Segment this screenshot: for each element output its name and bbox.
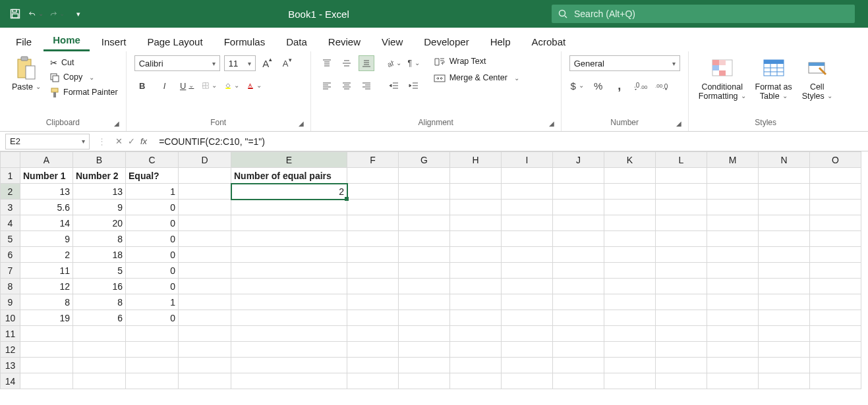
col-header-C[interactable]: C bbox=[126, 152, 179, 168]
cell-A8[interactable]: 12 bbox=[20, 279, 73, 294]
cell-H1[interactable] bbox=[450, 168, 502, 184]
cell-A10[interactable]: 19 bbox=[20, 310, 73, 326]
cell-M2[interactable] bbox=[707, 184, 759, 200]
cell-D8[interactable] bbox=[179, 279, 231, 294]
spreadsheet-grid[interactable]: ABCDEFGHIJKLMNO1Number 1Number 2Equal?Nu… bbox=[0, 151, 868, 389]
cell-B6[interactable]: 18 bbox=[73, 247, 126, 263]
increase-font-icon[interactable]: A▴ bbox=[260, 55, 275, 71]
dialog-launcher-icon[interactable]: ◢ bbox=[676, 120, 681, 127]
underline-button[interactable]: U bbox=[179, 78, 195, 94]
cell-F2[interactable] bbox=[347, 184, 399, 200]
cell-M7[interactable] bbox=[707, 263, 759, 279]
orientation-button[interactable]: ab bbox=[386, 55, 402, 71]
tab-data[interactable]: Data bbox=[277, 31, 316, 51]
cell-F10[interactable] bbox=[347, 310, 399, 326]
cell-O10[interactable] bbox=[810, 310, 861, 326]
cell-L11[interactable] bbox=[656, 326, 707, 342]
cell-F13[interactable] bbox=[347, 358, 399, 373]
col-header-L[interactable]: L bbox=[656, 152, 707, 168]
cell-N13[interactable] bbox=[759, 358, 810, 373]
cell-M9[interactable] bbox=[707, 294, 759, 310]
cell-F9[interactable] bbox=[347, 294, 399, 310]
cell-F3[interactable] bbox=[347, 200, 399, 215]
cell-K11[interactable] bbox=[604, 326, 656, 342]
cell-K7[interactable] bbox=[604, 263, 656, 279]
cell-N12[interactable] bbox=[759, 342, 810, 358]
cell-N4[interactable] bbox=[759, 215, 810, 231]
cell-M5[interactable] bbox=[707, 231, 759, 247]
cell-H6[interactable] bbox=[450, 247, 502, 263]
cell-G8[interactable] bbox=[399, 279, 450, 294]
cell-J12[interactable] bbox=[553, 342, 604, 358]
cell-H14[interactable] bbox=[450, 373, 502, 389]
cell-H2[interactable] bbox=[450, 184, 502, 200]
cell-N1[interactable] bbox=[759, 168, 810, 184]
cell-C1[interactable]: Equal? bbox=[126, 168, 179, 184]
enter-formula-icon[interactable]: ✓ bbox=[128, 136, 135, 146]
cell-K13[interactable] bbox=[604, 358, 656, 373]
copy-button[interactable]: Copy bbox=[50, 73, 118, 82]
decrease-font-icon[interactable]: A▾ bbox=[279, 55, 295, 71]
cell-C8[interactable]: 0 bbox=[126, 279, 179, 294]
cell-M3[interactable] bbox=[707, 200, 759, 215]
cell-B10[interactable]: 6 bbox=[73, 310, 126, 326]
cell-N6[interactable] bbox=[759, 247, 810, 263]
cell-I3[interactable] bbox=[502, 200, 553, 215]
row-header-11[interactable]: 11 bbox=[1, 326, 20, 342]
comma-format-button[interactable]: , bbox=[612, 78, 627, 94]
cell-M10[interactable] bbox=[707, 310, 759, 326]
cell-M12[interactable] bbox=[707, 342, 759, 358]
font-size-select[interactable]: 11▾ bbox=[224, 55, 256, 71]
cell-I11[interactable] bbox=[502, 326, 553, 342]
cell-C12[interactable] bbox=[126, 342, 179, 358]
cell-J11[interactable] bbox=[553, 326, 604, 342]
font-name-select[interactable]: Calibri▾ bbox=[134, 55, 220, 71]
cell-M4[interactable] bbox=[707, 215, 759, 231]
redo-icon[interactable] bbox=[50, 7, 65, 21]
cell-F6[interactable] bbox=[347, 247, 399, 263]
cell-A11[interactable] bbox=[20, 326, 73, 342]
cell-L12[interactable] bbox=[656, 342, 707, 358]
cell-F1[interactable] bbox=[347, 168, 399, 184]
cell-E8[interactable] bbox=[231, 279, 347, 294]
cell-G3[interactable] bbox=[399, 200, 450, 215]
cell-N14[interactable] bbox=[759, 373, 810, 389]
cell-A5[interactable]: 9 bbox=[20, 231, 73, 247]
cell-E9[interactable] bbox=[231, 294, 347, 310]
cell-G9[interactable] bbox=[399, 294, 450, 310]
cell-G12[interactable] bbox=[399, 342, 450, 358]
cell-J9[interactable] bbox=[553, 294, 604, 310]
cell-H13[interactable] bbox=[450, 358, 502, 373]
tab-developer[interactable]: Developer bbox=[415, 31, 478, 51]
cell-D13[interactable] bbox=[179, 358, 231, 373]
italic-button[interactable]: I bbox=[157, 78, 173, 94]
cell-H5[interactable] bbox=[450, 231, 502, 247]
cell-J3[interactable] bbox=[553, 200, 604, 215]
cell-G6[interactable] bbox=[399, 247, 450, 263]
cell-M14[interactable] bbox=[707, 373, 759, 389]
cell-E1[interactable]: Number of equal pairs bbox=[231, 168, 347, 184]
cell-A6[interactable]: 2 bbox=[20, 247, 73, 263]
cell-B3[interactable]: 9 bbox=[73, 200, 126, 215]
cell-L6[interactable] bbox=[656, 247, 707, 263]
cell-B5[interactable]: 8 bbox=[73, 231, 126, 247]
cell-E4[interactable] bbox=[231, 215, 347, 231]
cell-J7[interactable] bbox=[553, 263, 604, 279]
cell-K2[interactable] bbox=[604, 184, 656, 200]
align-middle-icon[interactable] bbox=[339, 55, 355, 71]
tab-review[interactable]: Review bbox=[319, 31, 370, 51]
cell-M1[interactable] bbox=[707, 168, 759, 184]
cell-J1[interactable] bbox=[553, 168, 604, 184]
cell-E7[interactable] bbox=[231, 263, 347, 279]
cell-O6[interactable] bbox=[810, 247, 861, 263]
row-header-5[interactable]: 5 bbox=[1, 231, 20, 247]
cell-O8[interactable] bbox=[810, 279, 861, 294]
row-header-3[interactable]: 3 bbox=[1, 200, 20, 215]
row-header-12[interactable]: 12 bbox=[1, 342, 20, 358]
cut-button[interactable]: ✂Cut bbox=[50, 58, 118, 68]
cell-F8[interactable] bbox=[347, 279, 399, 294]
cell-O13[interactable] bbox=[810, 358, 861, 373]
cell-B4[interactable]: 20 bbox=[73, 215, 126, 231]
cell-K1[interactable] bbox=[604, 168, 656, 184]
tab-acrobat[interactable]: Acrobat bbox=[523, 31, 575, 51]
